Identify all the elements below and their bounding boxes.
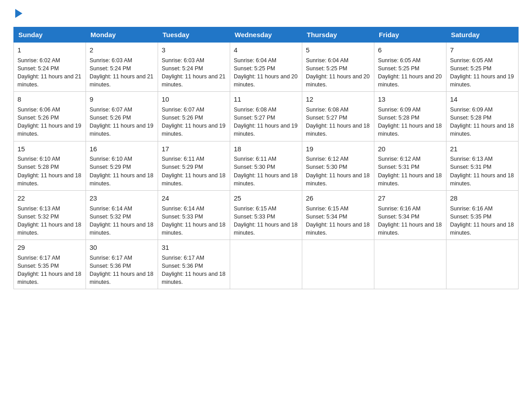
calendar-cell: 5Sunrise: 6:04 AMSunset: 5:25 PMDaylight… (302, 43, 374, 92)
calendar-week-2: 8Sunrise: 6:06 AMSunset: 5:26 PMDaylight… (14, 92, 519, 141)
col-header-wednesday: Wednesday (230, 27, 302, 43)
calendar-week-5: 29Sunrise: 6:17 AMSunset: 5:35 PMDayligh… (14, 240, 519, 289)
calendar-cell: 16Sunrise: 6:10 AMSunset: 5:29 PMDayligh… (86, 141, 158, 190)
calendar-cell: 28Sunrise: 6:16 AMSunset: 5:35 PMDayligh… (446, 190, 519, 240)
cell-sun-info: Sunrise: 6:02 AMSunset: 5:24 PMDaylight:… (17, 56, 82, 89)
cell-sun-info: Sunrise: 6:08 AMSunset: 5:27 PMDaylight:… (234, 106, 298, 138)
cell-sun-info: Sunrise: 6:07 AMSunset: 5:26 PMDaylight:… (90, 106, 154, 138)
calendar-week-4: 22Sunrise: 6:13 AMSunset: 5:32 PMDayligh… (14, 190, 519, 240)
day-number: 25 (234, 193, 298, 203)
calendar-cell: 24Sunrise: 6:14 AMSunset: 5:33 PMDayligh… (158, 190, 230, 240)
calendar-cell (446, 240, 519, 289)
day-number: 26 (306, 193, 370, 203)
col-header-friday: Friday (374, 27, 446, 43)
calendar-cell: 31Sunrise: 6:17 AMSunset: 5:36 PMDayligh… (158, 240, 230, 289)
calendar-cell: 22Sunrise: 6:13 AMSunset: 5:32 PMDayligh… (14, 190, 86, 240)
day-number: 30 (90, 243, 154, 253)
calendar-cell: 17Sunrise: 6:11 AMSunset: 5:29 PMDayligh… (158, 141, 230, 190)
calendar-cell: 8Sunrise: 6:06 AMSunset: 5:26 PMDaylight… (14, 92, 86, 141)
col-header-saturday: Saturday (446, 27, 519, 43)
day-number: 19 (306, 144, 370, 154)
calendar-cell: 1Sunrise: 6:02 AMSunset: 5:24 PMDaylight… (14, 43, 86, 92)
day-number: 4 (234, 45, 298, 55)
day-number: 28 (450, 193, 515, 203)
calendar-header-row: SundayMondayTuesdayWednesdayThursdayFrid… (14, 27, 519, 43)
calendar-cell: 9Sunrise: 6:07 AMSunset: 5:26 PMDaylight… (86, 92, 158, 141)
calendar-cell: 6Sunrise: 6:05 AMSunset: 5:25 PMDaylight… (374, 43, 446, 92)
day-number: 11 (234, 94, 298, 104)
calendar-week-1: 1Sunrise: 6:02 AMSunset: 5:24 PMDaylight… (14, 43, 519, 92)
cell-sun-info: Sunrise: 6:10 AMSunset: 5:29 PMDaylight:… (90, 155, 154, 188)
cell-sun-info: Sunrise: 6:16 AMSunset: 5:35 PMDaylight:… (450, 205, 515, 237)
cell-sun-info: Sunrise: 6:09 AMSunset: 5:28 PMDaylight:… (450, 106, 515, 138)
cell-sun-info: Sunrise: 6:16 AMSunset: 5:34 PMDaylight:… (378, 205, 442, 237)
calendar-cell: 30Sunrise: 6:17 AMSunset: 5:36 PMDayligh… (86, 240, 158, 289)
day-number: 24 (162, 193, 226, 203)
cell-sun-info: Sunrise: 6:14 AMSunset: 5:32 PMDaylight:… (90, 205, 154, 237)
day-number: 2 (90, 45, 154, 55)
calendar-cell: 4Sunrise: 6:04 AMSunset: 5:25 PMDaylight… (230, 43, 302, 92)
calendar-cell: 15Sunrise: 6:10 AMSunset: 5:28 PMDayligh… (14, 141, 86, 190)
logo (13, 9, 22, 19)
day-number: 14 (450, 94, 515, 104)
cell-sun-info: Sunrise: 6:17 AMSunset: 5:35 PMDaylight:… (17, 254, 82, 287)
cell-sun-info: Sunrise: 6:11 AMSunset: 5:30 PMDaylight:… (234, 155, 298, 188)
cell-sun-info: Sunrise: 6:06 AMSunset: 5:26 PMDaylight:… (17, 106, 82, 138)
calendar-cell: 21Sunrise: 6:13 AMSunset: 5:31 PMDayligh… (446, 141, 519, 190)
day-number: 17 (162, 144, 226, 154)
day-number: 9 (90, 94, 154, 104)
day-number: 7 (450, 45, 515, 55)
calendar-cell (374, 240, 446, 289)
day-number: 29 (17, 243, 82, 253)
cell-sun-info: Sunrise: 6:13 AMSunset: 5:32 PMDaylight:… (17, 205, 82, 237)
calendar-cell: 23Sunrise: 6:14 AMSunset: 5:32 PMDayligh… (86, 190, 158, 240)
day-number: 6 (378, 45, 442, 55)
calendar-cell: 2Sunrise: 6:03 AMSunset: 5:24 PMDaylight… (86, 43, 158, 92)
calendar-cell: 3Sunrise: 6:03 AMSunset: 5:24 PMDaylight… (158, 43, 230, 92)
day-number: 27 (378, 193, 442, 203)
cell-sun-info: Sunrise: 6:03 AMSunset: 5:24 PMDaylight:… (162, 56, 226, 89)
calendar-cell (302, 240, 374, 289)
calendar-cell: 13Sunrise: 6:09 AMSunset: 5:28 PMDayligh… (374, 92, 446, 141)
calendar-cell: 26Sunrise: 6:15 AMSunset: 5:34 PMDayligh… (302, 190, 374, 240)
day-number: 5 (306, 45, 370, 55)
page-header (13, 9, 519, 19)
col-header-thursday: Thursday (302, 27, 374, 43)
calendar-cell: 29Sunrise: 6:17 AMSunset: 5:35 PMDayligh… (14, 240, 86, 289)
cell-sun-info: Sunrise: 6:12 AMSunset: 5:31 PMDaylight:… (378, 155, 442, 188)
calendar-cell: 10Sunrise: 6:07 AMSunset: 5:26 PMDayligh… (158, 92, 230, 141)
cell-sun-info: Sunrise: 6:10 AMSunset: 5:28 PMDaylight:… (17, 155, 82, 188)
calendar-week-3: 15Sunrise: 6:10 AMSunset: 5:28 PMDayligh… (14, 141, 519, 190)
day-number: 3 (162, 45, 226, 55)
day-number: 23 (90, 193, 154, 203)
cell-sun-info: Sunrise: 6:03 AMSunset: 5:24 PMDaylight:… (90, 56, 154, 89)
calendar-cell: 25Sunrise: 6:15 AMSunset: 5:33 PMDayligh… (230, 190, 302, 240)
calendar-cell: 11Sunrise: 6:08 AMSunset: 5:27 PMDayligh… (230, 92, 302, 141)
calendar-cell (230, 240, 302, 289)
cell-sun-info: Sunrise: 6:17 AMSunset: 5:36 PMDaylight:… (162, 254, 226, 287)
day-number: 13 (378, 94, 442, 104)
day-number: 1 (17, 45, 82, 55)
day-number: 31 (162, 243, 226, 253)
calendar-cell: 20Sunrise: 6:12 AMSunset: 5:31 PMDayligh… (374, 141, 446, 190)
cell-sun-info: Sunrise: 6:15 AMSunset: 5:34 PMDaylight:… (306, 205, 370, 237)
cell-sun-info: Sunrise: 6:09 AMSunset: 5:28 PMDaylight:… (378, 106, 442, 138)
cell-sun-info: Sunrise: 6:04 AMSunset: 5:25 PMDaylight:… (306, 56, 370, 89)
day-number: 20 (378, 144, 442, 154)
cell-sun-info: Sunrise: 6:08 AMSunset: 5:27 PMDaylight:… (306, 106, 370, 138)
cell-sun-info: Sunrise: 6:14 AMSunset: 5:33 PMDaylight:… (162, 205, 226, 237)
day-number: 10 (162, 94, 226, 104)
cell-sun-info: Sunrise: 6:15 AMSunset: 5:33 PMDaylight:… (234, 205, 298, 237)
logo-triangle-icon (15, 9, 22, 18)
cell-sun-info: Sunrise: 6:05 AMSunset: 5:25 PMDaylight:… (450, 56, 515, 89)
calendar-cell: 19Sunrise: 6:12 AMSunset: 5:30 PMDayligh… (302, 141, 374, 190)
calendar-cell: 14Sunrise: 6:09 AMSunset: 5:28 PMDayligh… (446, 92, 519, 141)
calendar-cell: 18Sunrise: 6:11 AMSunset: 5:30 PMDayligh… (230, 141, 302, 190)
calendar-table: SundayMondayTuesdayWednesdayThursdayFrid… (13, 27, 519, 289)
day-number: 16 (90, 144, 154, 154)
calendar-cell: 12Sunrise: 6:08 AMSunset: 5:27 PMDayligh… (302, 92, 374, 141)
cell-sun-info: Sunrise: 6:13 AMSunset: 5:31 PMDaylight:… (450, 155, 515, 188)
cell-sun-info: Sunrise: 6:07 AMSunset: 5:26 PMDaylight:… (162, 106, 226, 138)
calendar-cell: 7Sunrise: 6:05 AMSunset: 5:25 PMDaylight… (446, 43, 519, 92)
col-header-tuesday: Tuesday (158, 27, 230, 43)
